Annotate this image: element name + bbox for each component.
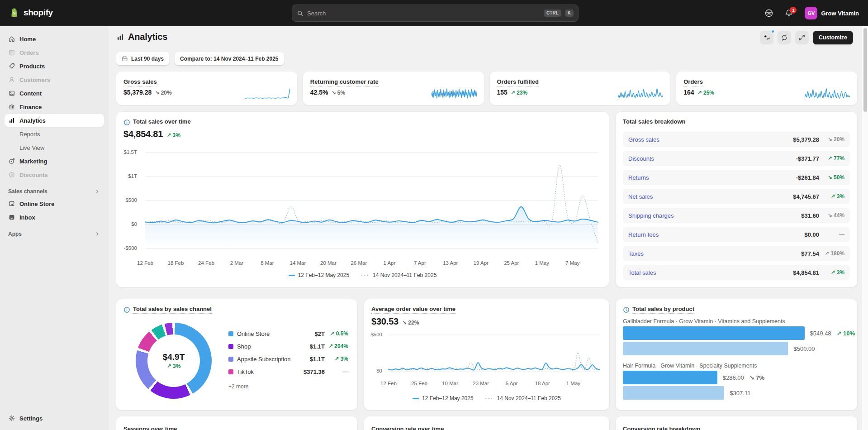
product-bar-current[interactable] bbox=[623, 326, 805, 340]
sidebar-item-settings[interactable]: Settings bbox=[5, 412, 104, 425]
sidekick-assistant-button[interactable] bbox=[762, 6, 776, 20]
sidebar-item-products[interactable]: Products bbox=[5, 60, 104, 72]
sidekick-icon bbox=[764, 8, 774, 18]
sidebar-item-inbox[interactable]: Inbox bbox=[5, 211, 104, 224]
kpi-value: 42.5% bbox=[310, 89, 328, 96]
product-bar-previous[interactable] bbox=[623, 386, 724, 400]
sidebar-item-label: Inbox bbox=[19, 214, 35, 221]
sidebar-item-online-store[interactable]: Online Store bbox=[5, 197, 104, 210]
customers-icon bbox=[8, 76, 15, 83]
new-feature-dot bbox=[771, 29, 775, 33]
donut-center-value: $4.9T bbox=[163, 352, 185, 362]
breakdown-row-net-sales: Net sales$4,745.67↗ 3% bbox=[623, 189, 850, 204]
sidebar: HomeOrdersProductsCustomersContentFinanc… bbox=[0, 26, 109, 430]
notifications-button[interactable]: 1 bbox=[782, 6, 796, 20]
channel-legend-item-shop[interactable]: Shop$1.1T↗ 204% bbox=[228, 340, 348, 353]
search-bar[interactable]: CTRL K bbox=[292, 5, 579, 22]
sidebar-item-content[interactable]: Content bbox=[5, 87, 104, 100]
channel-legend-item-tiktok[interactable]: TikTok$371.36— bbox=[228, 365, 348, 378]
breakdown-row-delta: ↗ 3% bbox=[819, 269, 844, 276]
kpi-sparkline bbox=[245, 87, 290, 100]
current-period-swatch bbox=[289, 275, 295, 276]
breakdown-row-delta: ↘ 50% bbox=[819, 174, 844, 181]
info-icon[interactable] bbox=[123, 119, 130, 126]
sidebar-item-home[interactable]: Home bbox=[5, 33, 104, 45]
breakdown-row-label[interactable]: Gross sales bbox=[628, 136, 793, 143]
sidebar-item-orders[interactable]: Orders bbox=[5, 46, 104, 59]
breakdown-row-label[interactable]: Shipping charges bbox=[628, 212, 801, 219]
chevron-right-icon bbox=[94, 188, 100, 195]
breakdown-row-label[interactable]: Discounts bbox=[628, 155, 796, 162]
shortcut-k-key: K bbox=[565, 10, 574, 17]
breakdown-row-label[interactable]: Taxes bbox=[628, 250, 801, 257]
products-icon bbox=[8, 62, 15, 70]
sidebar-item-finance[interactable]: Finance bbox=[5, 100, 104, 113]
chart-title[interactable]: Total sales by product bbox=[632, 306, 694, 314]
breakdown-row-label[interactable]: Total sales bbox=[628, 269, 793, 276]
kpi-value: 155 bbox=[497, 89, 508, 96]
kpi-title[interactable]: Orders bbox=[683, 78, 703, 86]
breakdown-title[interactable]: Total sales breakdown bbox=[623, 118, 685, 126]
aov-delta: ↘ 22% bbox=[402, 320, 419, 326]
bar-value: $549.48 bbox=[810, 330, 831, 337]
chart-title[interactable]: Average order value over time bbox=[371, 306, 455, 314]
info-icon[interactable] bbox=[623, 306, 630, 313]
total-sales-line-chart bbox=[123, 143, 602, 258]
sidebar-item-label: Settings bbox=[19, 415, 43, 422]
breakdown-row-total-sales: Total sales$4,854.81↗ 3% bbox=[623, 265, 850, 280]
fullscreen-button[interactable] bbox=[795, 31, 809, 44]
sidebar-item-customers[interactable]: Customers bbox=[5, 73, 104, 86]
shopify-logo[interactable]: S shopify bbox=[8, 6, 53, 19]
sidebar-item-discounts[interactable]: Discounts bbox=[5, 168, 104, 181]
sidebar-item-marketing[interactable]: Marketing bbox=[5, 155, 104, 167]
more-channels-link[interactable]: +2 more bbox=[228, 383, 248, 390]
x-axis-label: 18 Apr bbox=[529, 381, 556, 386]
marketing-icon bbox=[8, 158, 15, 165]
kpi-value-row: 155↗ 23% bbox=[497, 89, 528, 96]
compare-button[interactable]: Compare to: 14 Nov 2024–11 Feb 2025 bbox=[175, 52, 284, 66]
legend-swatch bbox=[228, 369, 233, 374]
sales-by-product-card: Total sales by product Gallbladder Formu… bbox=[616, 299, 857, 410]
section-label: Apps bbox=[8, 231, 22, 237]
chart-title[interactable]: Conversion rate breakdown bbox=[623, 425, 700, 430]
date-range-label: Last 90 days bbox=[131, 56, 164, 62]
analytics-assistant-button[interactable] bbox=[760, 31, 773, 44]
channel-legend-item-online-store[interactable]: Online Store$2T↗ 0.5% bbox=[228, 327, 348, 340]
bar-delta: ↗ 10% bbox=[837, 330, 855, 337]
sales-channels-header[interactable]: Sales channels bbox=[8, 188, 100, 195]
product-bar-previous[interactable] bbox=[623, 342, 788, 355]
kpi-title[interactable]: Orders fulfilled bbox=[497, 78, 539, 86]
channel-legend-item-appstle-subscription[interactable]: Appstle Subscription$1.1T↗ 3% bbox=[228, 353, 348, 365]
kpi-card-orders-fulfilled: Orders fulfilled155↗ 23% bbox=[490, 72, 671, 105]
refresh-button[interactable] bbox=[778, 31, 791, 44]
product-bar-current[interactable] bbox=[623, 371, 717, 384]
kpi-title[interactable]: Returning customer rate bbox=[310, 78, 379, 86]
search-input[interactable] bbox=[307, 10, 540, 17]
breakdown-row-discounts: Discounts-$371.77↗ 77% bbox=[623, 151, 850, 166]
legend-label: 14 Nov 2024–11 Feb 2025 bbox=[497, 395, 561, 401]
legend-value: $1.1T bbox=[310, 343, 325, 350]
breakdown-row-label[interactable]: Net sales bbox=[628, 193, 793, 200]
sidebar-item-analytics[interactable]: Analytics bbox=[5, 114, 104, 127]
store-menu[interactable]: GV Grow Vitamin bbox=[802, 5, 862, 21]
chart-title[interactable]: Conversion rate over time bbox=[371, 425, 444, 430]
x-axis-label: 7 Apr bbox=[406, 260, 433, 266]
x-axis-label: 12 Feb bbox=[132, 260, 159, 266]
sidebar-item-reports[interactable]: Reports bbox=[5, 128, 104, 140]
kpi-sparkline bbox=[432, 87, 477, 100]
magic-sparkle-icon bbox=[763, 34, 770, 41]
date-range-button[interactable]: Last 90 days bbox=[116, 52, 169, 66]
chart-title[interactable]: Sessions over time bbox=[123, 425, 177, 430]
sidebar-item-live-view[interactable]: Live View bbox=[5, 141, 104, 154]
apps-header[interactable]: Apps bbox=[8, 231, 100, 237]
shopify-admin-analytics: S shopify CTRL K 1 GV Grow Vitamin H bbox=[0, 0, 868, 430]
info-icon[interactable] bbox=[123, 306, 130, 313]
customize-button[interactable]: Customize bbox=[813, 31, 853, 44]
kpi-title[interactable]: Gross sales bbox=[123, 78, 157, 86]
scrollbar-thumb[interactable] bbox=[863, 28, 867, 112]
chart-title[interactable]: Total sales over time bbox=[133, 118, 191, 126]
breakdown-row-label[interactable]: Returns bbox=[628, 174, 796, 181]
breakdown-row-label[interactable]: Return fees bbox=[628, 231, 804, 238]
sidebar-item-label: Home bbox=[19, 36, 36, 43]
chart-title[interactable]: Total sales by sales channel bbox=[133, 306, 212, 314]
